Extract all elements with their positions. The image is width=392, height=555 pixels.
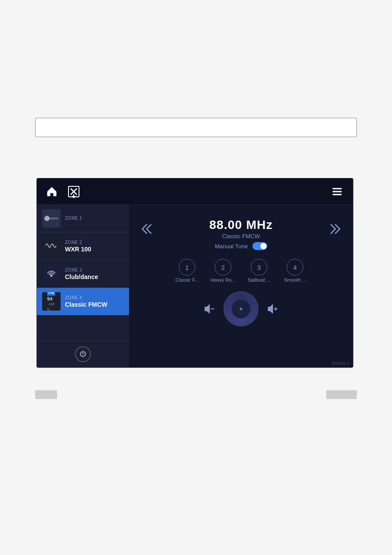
zone2-info: ZONE 2 WXR 100 [65,240,124,253]
svg-rect-5 [333,191,342,192]
zone1-slider-bar [44,218,58,219]
zone3-item[interactable]: ZONE 3 Club/dance [37,260,129,288]
zone1-info: ZONE 1 [65,216,124,221]
fm-label: FM [47,292,55,296]
band-label: Classic FMCW [209,233,273,239]
main-content: 88.00 MHz Classic FMCW Manual Tune 1 [129,205,353,367]
preset-2-number: 2 [221,264,225,271]
zone3-info: ZONE 3 Club/dance [65,268,124,280]
preset-2-name: Heavy Ro... [210,277,235,283]
dial-outer[interactable] [223,291,259,326]
device-screen: manualtechnic.com [36,178,353,368]
control-row [129,291,353,326]
skip-forward-button[interactable] [327,220,344,238]
am-freq: 5.. [47,307,51,311]
manual-tune-toggle[interactable] [252,242,267,250]
channel-number: 94 [47,296,52,302]
zone4-label: ZONE 4 [65,295,124,300]
top-nav [37,178,353,205]
zone2-item[interactable]: ZONE 2 WXR 100 [37,232,129,260]
preset-3-name: Sailboat ... [248,277,270,283]
zone4-thumb: FM 94 AM 5.. [42,292,61,311]
svg-point-7 [50,274,53,277]
power-row [37,341,129,367]
manual-tune-label: Manual Tune [215,243,248,250]
volume-up-button[interactable] [265,301,281,317]
zones-sidebar: ZONE 1 ZONE 2 WXR 100 [37,205,129,367]
zone2-name: WXR 100 [65,246,124,253]
zone4-name: Classic FMCW [65,301,124,308]
preset-1-number: 1 [185,264,189,271]
preset-3-number: 3 [257,264,261,271]
siriusxm-logo [43,266,59,282]
manual-tune-row: Manual Tune [215,242,267,250]
pagination-next[interactable] [326,390,357,399]
zone3-label: ZONE 3 [65,268,124,272]
zone4-item[interactable]: FM 94 AM 5.. ZONE 4 Classic FMCW [37,288,129,316]
zone1-thumb [42,209,61,228]
svg-rect-10 [240,308,242,310]
fm-am-badge: FM 94 AM 5.. [46,292,57,311]
dial-inner [231,299,251,319]
preset-1-name: Classic F... [175,277,198,283]
zone1-label: ZONE 1 [65,216,124,221]
volume-dial[interactable] [223,291,259,326]
image-reference: D13741-1 [332,361,349,366]
toggle-knob [260,243,266,249]
zone2-label: ZONE 2 [65,240,124,245]
frequency-display: 88.00 MHz [209,218,273,232]
preset-4-circle: 4 [287,259,303,276]
top-text-bar [35,118,357,137]
svg-marker-11 [268,305,273,313]
pagination-prev[interactable] [35,390,57,399]
preset-3-circle: 3 [251,259,267,276]
zone2-thumb [42,237,61,255]
presets-row: 1 Classic F... 2 Heavy Ro... 3 Sailboat … [129,259,353,283]
wave-icon [45,239,58,253]
skip-back-button[interactable] [138,220,155,238]
preset-2[interactable]: 2 Heavy Ro... [208,259,238,283]
svg-marker-8 [205,305,209,313]
preset-1-circle: 1 [179,259,195,276]
preset-4-number: 4 [293,264,297,271]
hamburger-menu-icon[interactable] [328,183,346,200]
svg-rect-4 [333,188,342,189]
preset-4-name: Smooth ... [284,277,306,283]
home-icon[interactable] [44,184,60,200]
zone3-name: Club/dance [65,273,124,280]
source-select-icon[interactable] [65,183,83,200]
power-button[interactable] [75,346,91,362]
zone1-item[interactable]: ZONE 1 [37,205,129,232]
am-label: AM [47,302,56,307]
preset-4[interactable]: 4 Smooth ... [280,259,310,283]
frequency-row: 88.00 MHz Classic FMCW [129,218,353,239]
volume-down-button[interactable] [201,301,217,317]
frequency-info: 88.00 MHz Classic FMCW [209,218,273,239]
preset-3[interactable]: 3 Sailboat ... [244,259,274,283]
zone4-info: ZONE 4 Classic FMCW [65,295,124,308]
svg-rect-6 [333,194,342,195]
preset-1[interactable]: 1 Classic F... [172,259,202,283]
zone3-thumb [42,265,61,283]
preset-2-circle: 2 [215,259,231,276]
